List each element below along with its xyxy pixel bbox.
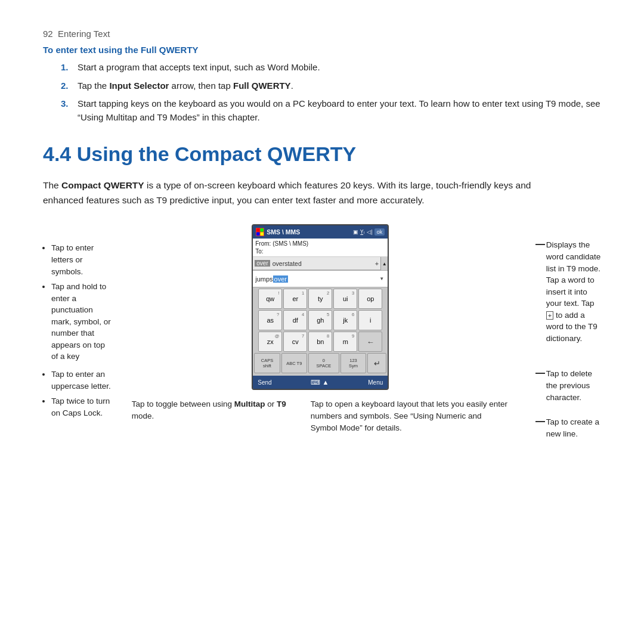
chapter-title: 4.4 Using the Compact QWERTY bbox=[43, 142, 601, 166]
enter-key[interactable]: ↵ bbox=[367, 353, 386, 373]
key-m[interactable]: 9 m bbox=[333, 332, 357, 352]
caption-left: Tap to toggle between using Multitap or … bbox=[132, 398, 311, 434]
right-annotation-3: Tap to create a new line. bbox=[535, 416, 601, 439]
caption-right: Tap to open a keyboard layout that lets … bbox=[311, 398, 509, 434]
key-zx[interactable]: @ zx bbox=[258, 332, 282, 352]
left-annotation-list-2: Tap to enter an uppercase letter. Tap tw… bbox=[43, 369, 114, 419]
svg-rect-1 bbox=[261, 228, 264, 232]
keyboard-icon[interactable]: ⌨ ▲ bbox=[311, 379, 329, 386]
left-annotation-list: Tap to enter letters or symbols. Tap and… bbox=[43, 242, 114, 363]
key-cv[interactable]: 7 cv bbox=[283, 332, 307, 352]
step-2-num: 2. bbox=[61, 79, 69, 93]
svg-rect-0 bbox=[256, 228, 260, 232]
left-annotation-4: Tap twice to turn on Caps Lock. bbox=[51, 395, 114, 419]
key-i[interactable]: i bbox=[358, 310, 382, 330]
suggestion-plus: + bbox=[375, 260, 379, 267]
intro-paragraph: The Compact QWERTY is a type of on-scree… bbox=[43, 178, 532, 208]
arrow-1 bbox=[535, 244, 545, 245]
backspace-icon: ← bbox=[367, 338, 374, 346]
left-annotation-1: Tap to enter letters or symbols. bbox=[51, 242, 114, 277]
left-annotations: Tap to enter letters or symbols. Tap and… bbox=[43, 224, 114, 425]
backspace-key[interactable]: ← bbox=[358, 332, 382, 352]
phone-screen: SMS \ MMS ▣ Y̲ₗ ◁| ok From: (SMS \ MMS) bbox=[252, 224, 389, 390]
svg-rect-2 bbox=[256, 233, 260, 236]
key-bn[interactable]: 8 bn bbox=[308, 332, 332, 352]
arrow-3 bbox=[535, 421, 545, 422]
left-annotation-3: Tap to enter an uppercase letter. bbox=[51, 369, 114, 392]
step-1-num: 1. bbox=[61, 61, 69, 75]
signal-icon: Y̲ₗ bbox=[360, 229, 365, 235]
battery-icon: ▣ bbox=[353, 229, 358, 235]
page: 92 Entering Text To enter text using the… bbox=[0, 0, 644, 475]
key-row-4: CAPSshift ABC T9 0SPACE 123Sym ↵ bbox=[254, 353, 386, 373]
key-ui[interactable]: 3 ui bbox=[333, 289, 357, 309]
right-annotation-2: Tap to delete the previous character. bbox=[535, 368, 601, 403]
enter-icon: ↵ bbox=[374, 359, 380, 368]
key-row-1: ! qw 1 er 2 ty 3 ui bbox=[254, 289, 386, 309]
msg-to: To: bbox=[255, 247, 385, 255]
suggestion-bar: over overstated + bbox=[253, 257, 380, 270]
step-1-text: Start a program that accepts text input,… bbox=[78, 62, 320, 72]
speaker-icon: ◁| bbox=[367, 229, 372, 235]
bottom-captions: Tap to toggle between using Multitap or … bbox=[114, 398, 527, 434]
svg-rect-3 bbox=[261, 233, 264, 236]
key-op[interactable]: op bbox=[358, 289, 382, 309]
bottom-bar: Send ⌨ ▲ Menu bbox=[253, 376, 388, 389]
step-1: 1. Start a program that accepts text inp… bbox=[61, 61, 601, 75]
ok-button[interactable]: ok bbox=[374, 228, 385, 236]
steps-list: 1. Start a program that accepts text inp… bbox=[61, 61, 601, 124]
key-jk[interactable]: 6 jk bbox=[333, 310, 357, 330]
key-df[interactable]: 4 df bbox=[283, 310, 307, 330]
suggestion-word: overstated bbox=[273, 260, 302, 267]
key-er[interactable]: 1 er bbox=[283, 289, 307, 309]
key-row-2: ? as 4 df 5 gh 6 jk bbox=[254, 310, 386, 330]
step-3-text: Start tapping keys on the keyboard as yo… bbox=[78, 98, 600, 122]
step-2: 2. Tap the Input Selector arrow, then ta… bbox=[61, 79, 601, 93]
key-qw[interactable]: ! qw bbox=[258, 289, 282, 309]
menu-button[interactable]: Menu bbox=[368, 379, 383, 386]
step-2-text: Tap the Input Selector arrow, then tap F… bbox=[78, 80, 293, 91]
right-annotations: Displays the word candidate list in T9 m… bbox=[527, 224, 601, 451]
page-number: 92 bbox=[43, 29, 53, 39]
page-header: 92 Entering Text bbox=[43, 29, 601, 39]
keyboard: ! qw 1 er 2 ty 3 ui bbox=[253, 287, 388, 376]
caps-shift-key[interactable]: CAPSshift bbox=[254, 353, 280, 373]
message-header: From: (SMS \ MMS) To: bbox=[253, 239, 388, 257]
subsection-title: To enter text using the Full QWERTY bbox=[43, 45, 601, 55]
msg-from: From: (SMS \ MMS) bbox=[255, 240, 385, 247]
windows-logo-icon bbox=[256, 228, 264, 236]
key-as[interactable]: ? as bbox=[258, 310, 282, 330]
sym-key[interactable]: 123Sym bbox=[340, 353, 366, 373]
status-bar-title: SMS \ MMS bbox=[267, 228, 300, 236]
key-ty[interactable]: 2 ty bbox=[308, 289, 332, 309]
send-button[interactable]: Send bbox=[258, 379, 271, 386]
text-before-highlight: jumps bbox=[255, 275, 273, 283]
space-key[interactable]: 0SPACE bbox=[308, 353, 339, 373]
key-row-3: @ zx 7 cv 8 bn 9 m bbox=[254, 332, 386, 352]
step-3: 3. Start tapping keys on the keyboard as… bbox=[61, 97, 601, 124]
step-3-num: 3. bbox=[61, 97, 69, 111]
right-annotation-1: Displays the word candidate list in T9 m… bbox=[535, 239, 601, 344]
page-section: Entering Text bbox=[58, 29, 110, 39]
text-area: jumps over ▼ bbox=[253, 271, 388, 287]
suggestion-row: over overstated + ▲ bbox=[253, 257, 388, 271]
key-gh[interactable]: 5 gh bbox=[308, 310, 332, 330]
status-bar-right: ▣ Y̲ₗ ◁| ok bbox=[353, 228, 385, 236]
text-highlighted: over bbox=[273, 275, 288, 283]
abc-t9-key[interactable]: ABC T9 bbox=[281, 353, 307, 373]
scroll-down-icon: ▼ bbox=[379, 276, 386, 281]
suggestion-current: over bbox=[255, 260, 270, 267]
left-annotation-2: Tap and hold to enter a punctuation mark… bbox=[51, 281, 114, 363]
scroll-bar: ▲ bbox=[380, 257, 388, 270]
phone-mockup: SMS \ MMS ▣ Y̲ₗ ◁| ok From: (SMS \ MMS) bbox=[114, 224, 527, 434]
arrow-2 bbox=[535, 373, 545, 374]
diagram-container: Tap to enter letters or symbols. Tap and… bbox=[43, 224, 601, 451]
status-bar: SMS \ MMS ▣ Y̲ₗ ◁| ok bbox=[253, 225, 388, 239]
status-bar-left: SMS \ MMS bbox=[256, 228, 300, 236]
